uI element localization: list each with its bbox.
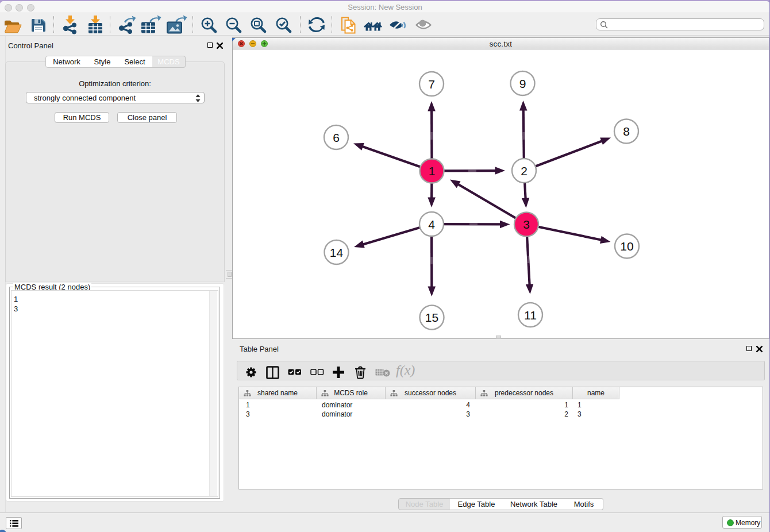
svg-text:2: 2 xyxy=(521,164,528,178)
svg-text:3: 3 xyxy=(523,218,530,231)
svg-text:4: 4 xyxy=(428,218,435,231)
svg-text:1: 1 xyxy=(429,164,436,178)
svg-text:6: 6 xyxy=(333,131,340,144)
svg-text:7: 7 xyxy=(428,78,435,91)
svg-text:11: 11 xyxy=(524,309,537,322)
svg-text:15: 15 xyxy=(425,311,438,324)
svg-text:14: 14 xyxy=(330,246,344,259)
svg-text:8: 8 xyxy=(623,125,630,138)
svg-text:10: 10 xyxy=(620,240,633,253)
svg-text:9: 9 xyxy=(519,77,526,90)
